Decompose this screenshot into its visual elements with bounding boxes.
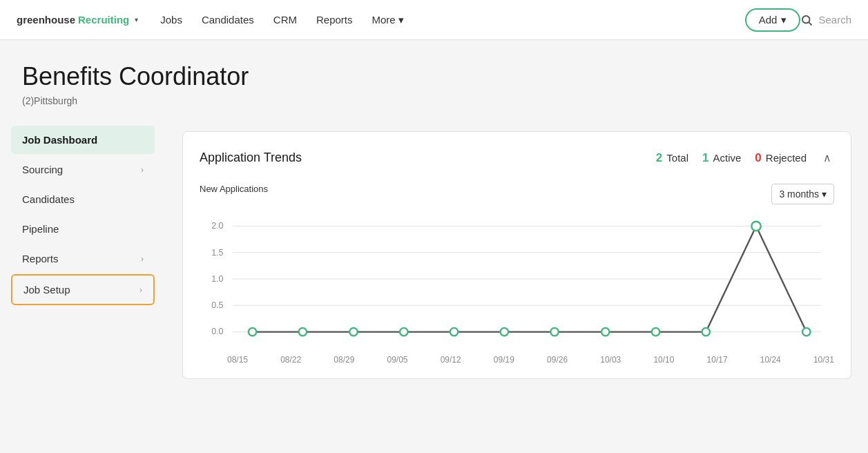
sidebar-item-reports[interactable]: Reports › — [11, 244, 155, 273]
x-label: 10/31 — [813, 355, 834, 365]
sidebar-item-candidates[interactable]: Candidates — [11, 185, 155, 213]
stat-rejected-num: 0 — [755, 151, 761, 165]
data-point — [550, 328, 558, 336]
svg-text:1.0: 1.0 — [211, 274, 223, 284]
x-axis-labels: 08/15 08/22 08/29 09/05 09/12 09/19 09/2… — [200, 351, 834, 365]
x-label: 09/12 — [441, 355, 461, 365]
nav-crm[interactable]: CRM — [273, 14, 297, 26]
data-point — [400, 328, 407, 336]
page-container: Benefits Coordinator (2)Pittsburgh Job D… — [0, 40, 868, 453]
line-chart: 2.0 1.5 1.0 0.5 0.0 — [200, 210, 834, 348]
brand-recruiting-text: Recruiting — [78, 14, 129, 26]
brand-chevron-icon: ▾ — [135, 16, 138, 23]
add-chevron-icon: ▾ — [781, 14, 787, 26]
sidebar: Job Dashboard Sourcing › Candidates Pipe… — [0, 120, 166, 453]
data-point — [249, 328, 256, 336]
more-chevron-icon: ▾ — [398, 14, 404, 26]
main-content: Application Trends 2 Total 1 Active 0 Re — [166, 120, 868, 453]
x-label: 09/05 — [387, 355, 408, 365]
chart-section: New Applications 3 months ▾ — [200, 184, 834, 362]
data-point-peak — [751, 222, 760, 231]
x-label: 08/22 — [280, 355, 301, 365]
x-label: 10/24 — [760, 355, 781, 365]
data-point — [702, 328, 710, 336]
data-point — [450, 328, 458, 336]
svg-text:0.5: 0.5 — [211, 300, 223, 310]
svg-line-1 — [809, 22, 812, 25]
data-point — [299, 328, 307, 336]
sidebar-item-job-dashboard[interactable]: Job Dashboard — [11, 126, 155, 154]
time-range-value: 3 months — [779, 189, 819, 200]
svg-text:0.0: 0.0 — [211, 327, 223, 336]
x-label: 09/19 — [494, 355, 514, 365]
chart-title: Application Trends — [200, 151, 302, 165]
x-label: 10/10 — [653, 355, 674, 365]
add-button[interactable]: Add ▾ — [745, 8, 801, 32]
search-bar[interactable]: Search — [800, 14, 851, 26]
stat-rejected-label: Rejected — [766, 152, 807, 164]
sidebar-item-label: Job Setup — [23, 284, 70, 296]
data-point — [501, 328, 508, 336]
collapse-button[interactable]: ∧ — [820, 148, 834, 167]
sidebar-item-label: Job Dashboard — [22, 134, 97, 146]
stat-total-label: Total — [666, 152, 688, 164]
nav-candidates[interactable]: Candidates — [202, 14, 254, 26]
sidebar-item-pipeline[interactable]: Pipeline — [11, 215, 155, 243]
nav-links: Jobs Candidates CRM Reports More ▾ — [160, 14, 745, 26]
stat-total-num: 2 — [656, 151, 662, 165]
x-label: 08/29 — [334, 355, 354, 365]
svg-text:1.5: 1.5 — [211, 248, 223, 258]
data-point — [802, 328, 810, 336]
chart-area: 2.0 1.5 1.0 0.5 0.0 — [200, 210, 834, 362]
chevron-right-icon: › — [139, 285, 142, 295]
y-axis-label: New Applications — [200, 184, 268, 194]
sidebar-item-label: Pipeline — [22, 223, 59, 235]
x-label: 08/15 — [227, 355, 248, 365]
page-subtitle: (2)Pittsburgh — [22, 95, 846, 106]
brand-greenhouse-text: greenhouse — [17, 14, 75, 26]
x-label: 10/17 — [707, 355, 728, 365]
chevron-right-icon: › — [141, 254, 144, 264]
brand[interactable]: greenhouse Recruiting ▾ — [17, 14, 138, 26]
search-icon — [800, 14, 813, 26]
content-area: Job Dashboard Sourcing › Candidates Pipe… — [0, 120, 868, 453]
nav-reports[interactable]: Reports — [316, 14, 353, 26]
stat-total: 2 Total — [656, 151, 688, 165]
x-label: 09/26 — [547, 355, 568, 365]
stat-active-num: 1 — [702, 151, 708, 165]
chart-header: Application Trends 2 Total 1 Active 0 Re — [200, 148, 834, 167]
stat-active-label: Active — [713, 152, 741, 164]
application-trends-card: Application Trends 2 Total 1 Active 0 Re — [182, 131, 851, 379]
svg-text:2.0: 2.0 — [211, 221, 223, 231]
data-point — [349, 328, 357, 336]
time-range-dropdown[interactable]: 3 months ▾ — [771, 184, 834, 204]
dropdown-chevron-icon: ▾ — [822, 189, 827, 200]
stat-rejected: 0 Rejected — [755, 151, 807, 165]
data-point — [601, 328, 609, 336]
sidebar-item-job-setup[interactable]: Job Setup › — [11, 274, 155, 305]
chart-stats: 2 Total 1 Active 0 Rejected ∧ — [656, 148, 834, 167]
data-point — [652, 328, 659, 336]
navbar: greenhouse Recruiting ▾ Jobs Candidates … — [0, 0, 868, 40]
sidebar-item-label: Reports — [22, 253, 59, 264]
svg-point-0 — [802, 16, 810, 23]
page-header: Benefits Coordinator (2)Pittsburgh — [0, 40, 868, 120]
sidebar-item-label: Sourcing — [22, 164, 63, 175]
sidebar-item-label: Candidates — [22, 193, 75, 205]
sidebar-item-sourcing[interactable]: Sourcing › — [11, 155, 155, 184]
nav-more[interactable]: More ▾ — [372, 14, 404, 26]
stat-active: 1 Active — [702, 151, 741, 165]
page-title: Benefits Coordinator — [22, 62, 846, 91]
chevron-right-icon: › — [141, 165, 144, 175]
nav-jobs[interactable]: Jobs — [160, 14, 182, 26]
x-label: 10/03 — [600, 355, 621, 365]
search-label: Search — [818, 14, 851, 26]
